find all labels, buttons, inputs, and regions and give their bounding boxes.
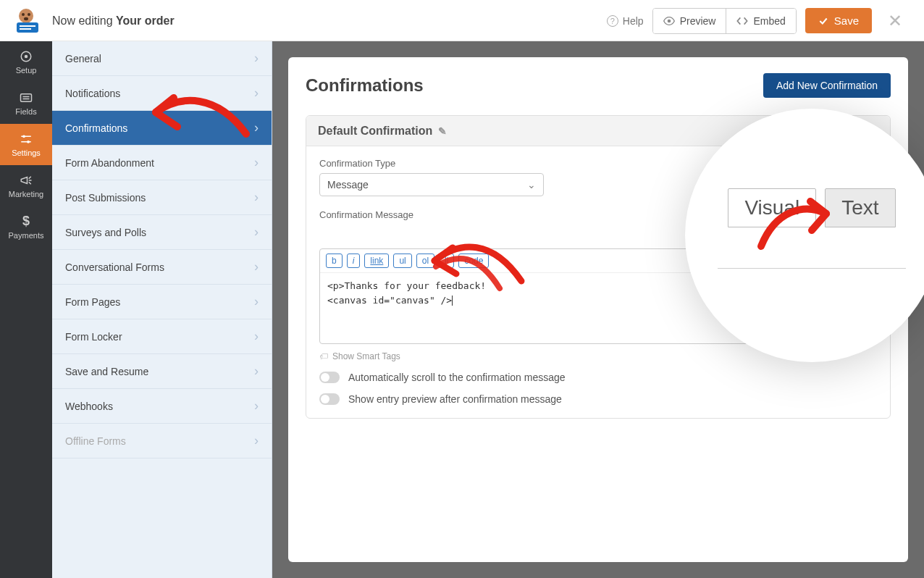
list-icon <box>19 91 33 104</box>
sidebar-label: Confirmations <box>65 122 127 134</box>
svg-rect-5 <box>20 25 35 27</box>
toolbar-code[interactable]: code <box>458 254 489 268</box>
sidebar-label: General <box>65 53 101 64</box>
rail-label: Marketing <box>9 190 43 198</box>
toggle-entry-preview[interactable] <box>319 393 340 405</box>
sidebar-item-form-abandonment[interactable]: Form Abandonment› <box>52 146 272 180</box>
rail-setup[interactable]: Setup <box>0 41 52 83</box>
magnifier-tab-text: Text <box>825 188 895 227</box>
eye-icon <box>663 17 675 25</box>
svg-point-0 <box>19 9 33 23</box>
help-icon: ? <box>607 15 618 27</box>
bullhorn-icon <box>19 174 33 187</box>
toggle-label: Show entry preview after confirmation me… <box>348 393 562 405</box>
rail-fields[interactable]: Fields <box>0 83 52 124</box>
toggle-auto-scroll-row: Automatically scroll to the confirmation… <box>319 372 877 383</box>
chevron-right-icon: › <box>254 364 259 379</box>
sidebar-item-general[interactable]: General› <box>52 41 272 76</box>
svg-rect-4 <box>17 22 38 33</box>
sliders-icon <box>19 133 33 146</box>
panel-header: Confirmations Add New Confirmation <box>306 73 891 98</box>
top-bar: Now editing Your order ? Help Preview Em… <box>0 0 924 41</box>
preview-button[interactable]: Preview <box>653 9 726 33</box>
help-link[interactable]: ? Help <box>607 15 644 27</box>
sidebar-item-form-pages[interactable]: Form Pages› <box>52 285 272 319</box>
sidebar-item-save-resume[interactable]: Save and Resume› <box>52 354 272 389</box>
svg-point-7 <box>667 19 671 22</box>
rail-label: Settings <box>12 148 41 157</box>
rail-label: Setup <box>16 66 37 75</box>
sidebar-label: Offline Forms <box>65 435 126 447</box>
now-editing-text: Now editing <box>52 14 116 27</box>
editor-line: <canvas id="canvas" /> <box>327 295 452 306</box>
toolbar-ul[interactable]: ul <box>393 254 411 268</box>
sidebar-item-confirmations[interactable]: Confirmations› <box>52 111 272 146</box>
chevron-right-icon: › <box>254 51 259 66</box>
svg-rect-10 <box>21 93 32 101</box>
toggle-entry-preview-row: Show entry preview after confirmation me… <box>319 393 877 405</box>
sidebar-label: Form Abandonment <box>65 157 154 169</box>
settings-sidebar: General› Notifications› Confirmations› F… <box>52 41 272 578</box>
sidebar-item-post-submissions[interactable]: Post Submissions› <box>52 180 272 215</box>
form-name: Your order <box>116 14 175 27</box>
svg-point-2 <box>28 13 30 16</box>
toolbar-bold[interactable]: b <box>326 254 343 268</box>
magnifier-divider <box>718 268 906 269</box>
rail-marketing[interactable]: Marketing <box>0 165 52 206</box>
svg-point-1 <box>22 13 25 16</box>
pencil-icon[interactable]: ✎ <box>438 125 447 137</box>
chevron-right-icon: › <box>254 120 259 135</box>
sidebar-label: Webhooks <box>65 401 113 412</box>
dollar-icon: $ <box>19 215 33 228</box>
rail-settings[interactable]: Settings <box>0 124 52 165</box>
annotation-arrow-magnifier <box>754 196 833 254</box>
wpforms-logo-icon <box>11 8 41 34</box>
save-label: Save <box>834 14 859 27</box>
sidebar-item-surveys[interactable]: Surveys and Polls› <box>52 215 272 250</box>
sidebar-label: Notifications <box>65 88 120 99</box>
chevron-down-icon: ⌄ <box>527 179 536 190</box>
left-rail: Setup Fields Settings Marketing $ Paymen… <box>0 41 52 578</box>
chevron-right-icon: › <box>254 294 259 309</box>
close-button[interactable]: ✕ <box>881 11 910 31</box>
confirmation-type-select[interactable]: Message ⌄ <box>319 173 544 196</box>
toolbar-ol[interactable]: ol <box>416 254 434 268</box>
sidebar-label: Save and Resume <box>65 366 148 377</box>
smart-tags-label: Show Smart Tags <box>332 351 400 361</box>
save-button[interactable]: Save <box>805 8 872 33</box>
gear-icon <box>19 50 33 63</box>
preview-label: Preview <box>680 15 716 27</box>
embed-label: Embed <box>753 15 785 27</box>
sidebar-label: Surveys and Polls <box>65 227 146 238</box>
text-caret <box>452 296 453 306</box>
embed-button[interactable]: Embed <box>726 9 795 33</box>
rail-payments[interactable]: $ Payments <box>0 206 52 248</box>
toggle-label: Automatically scroll to the confirmation… <box>348 372 566 383</box>
toggle-auto-scroll[interactable] <box>319 372 340 383</box>
sidebar-item-form-locker[interactable]: Form Locker› <box>52 319 272 354</box>
annotation-magnifier: Visual Text <box>685 109 924 362</box>
chevron-right-icon: › <box>254 85 259 101</box>
help-label: Help <box>623 15 644 27</box>
toolbar-li[interactable]: li <box>439 254 454 268</box>
toolbar-link[interactable]: link <box>364 254 389 268</box>
sidebar-label: Form Pages <box>65 296 120 308</box>
chevron-right-icon: › <box>254 190 259 205</box>
chevron-right-icon: › <box>254 398 259 414</box>
rail-label: Payments <box>9 231 44 240</box>
chevron-right-icon: › <box>254 433 259 448</box>
sidebar-item-offline-forms[interactable]: Offline Forms› <box>52 424 272 458</box>
preview-embed-group: Preview Embed <box>652 8 797 34</box>
chevron-right-icon: › <box>254 155 259 170</box>
svg-point-3 <box>24 17 28 20</box>
sidebar-item-conversational[interactable]: Conversational Forms› <box>52 250 272 285</box>
chevron-right-icon: › <box>254 259 259 275</box>
add-confirmation-button[interactable]: Add New Confirmation <box>763 73 891 98</box>
editor-line: <p>Thanks for your feedback! <box>327 280 486 291</box>
sidebar-item-notifications[interactable]: Notifications› <box>52 76 272 111</box>
sidebar-item-webhooks[interactable]: Webhooks› <box>52 389 272 424</box>
now-editing-label: Now editing Your order <box>52 14 175 28</box>
card-title: Default Confirmation <box>318 125 432 138</box>
toolbar-italic[interactable]: i <box>347 254 361 268</box>
chevron-right-icon: › <box>254 225 259 240</box>
